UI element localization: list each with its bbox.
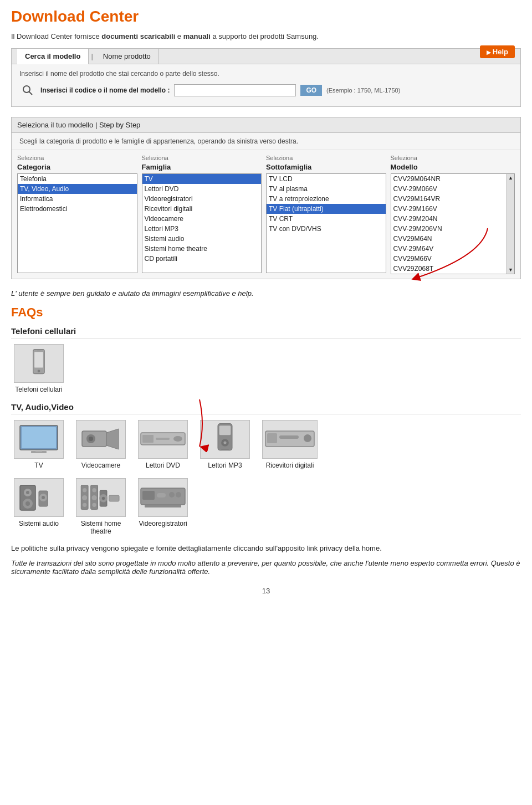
list-item[interactable]: CVV29M66V xyxy=(391,254,515,264)
list-item[interactable]: Elettrodomestici xyxy=(18,204,137,214)
search-row: Inserisci il codice o il nome del modell… xyxy=(19,82,513,99)
list-item[interactable]: CVV-29M166V xyxy=(391,204,515,214)
list-item[interactable]: TV a retroproiezione xyxy=(267,194,386,204)
col-modello-title: Modello xyxy=(391,163,515,171)
list-item[interactable]: CVV-29M206VN xyxy=(391,224,515,234)
tab-cerca-modello[interactable]: Cerca il modello xyxy=(17,49,89,64)
scrollbar-down[interactable]: ▼ xyxy=(508,267,513,273)
intro-after: a supporto dei prodotti Samsung. xyxy=(211,32,319,40)
svg-rect-16 xyxy=(173,436,182,442)
vcr-icon xyxy=(140,485,186,510)
faq-label-audio: Sistemi audio xyxy=(19,520,59,527)
faq-item-mp3[interactable]: Lettori MP3 xyxy=(197,420,253,469)
svg-point-36 xyxy=(83,488,86,492)
tab-separator: | xyxy=(89,52,95,60)
list-item[interactable]: Ricevitori digitali xyxy=(142,204,262,214)
list-item[interactable]: CD portatili xyxy=(142,254,262,264)
search-note: Inserisci il nome del prodotto che stai … xyxy=(19,70,513,78)
list-item[interactable]: TV con DVD/VHS xyxy=(267,224,386,234)
faq-item-receiver[interactable]: Ricevitori digitali xyxy=(259,420,320,469)
svg-line-1 xyxy=(29,92,33,95)
mp3-icon xyxy=(214,423,236,456)
list-item[interactable]: TV Flat (ultrapiatti) xyxy=(267,204,386,214)
faq-img-vcr xyxy=(138,478,188,517)
search-label: Inserisci il codice o il nome del modell… xyxy=(40,86,170,94)
svg-point-0 xyxy=(23,86,30,93)
faq-label-tv: TV xyxy=(34,462,43,469)
faq-category-telefoni: Telefoni cellulari Telefoni cellulari xyxy=(11,326,521,393)
faq-img-receiver xyxy=(262,420,318,459)
svg-rect-46 xyxy=(109,495,119,501)
step-by-step-box: Seleziona il tuo modello | Step by Step … xyxy=(11,117,521,279)
col-categoria-title: Categoria xyxy=(17,163,142,171)
list-item[interactable]: Informatica xyxy=(18,194,137,204)
svg-rect-9 xyxy=(35,450,42,452)
faq-item-home-theatre[interactable]: Sistemi home theatre xyxy=(73,478,129,535)
list-item[interactable]: Telefonia xyxy=(18,174,137,184)
col-categoria-header: Seleziona xyxy=(17,155,142,161)
tab-nome-prodotto[interactable]: Nome prodotto xyxy=(95,49,159,64)
go-button[interactable]: GO xyxy=(300,85,322,96)
svg-rect-52 xyxy=(145,505,181,507)
scrollbar[interactable]: ▲ ▼ xyxy=(507,174,514,274)
download-center-box: Cerca il modello | Nome prodotto Help In… xyxy=(11,48,521,107)
list-item[interactable]: TV LCD xyxy=(267,174,386,184)
list-item[interactable]: TV al plasma xyxy=(267,184,386,194)
list-item[interactable]: CVV29M064NR xyxy=(391,174,515,184)
faq-img-tv xyxy=(14,420,64,459)
col-categoria: Seleziona Categoria Telefonia TV, Video,… xyxy=(17,155,142,274)
list-item[interactable]: CVV-29M066V xyxy=(391,184,515,194)
svg-point-31 xyxy=(25,501,30,506)
faq-item-dvd[interactable]: Lettori DVD xyxy=(135,420,191,469)
faq-img-mp3 xyxy=(200,420,250,459)
sbs-header: Seleziona il tuo modello | Step by Step xyxy=(12,117,520,133)
dc-tabs: Cerca il modello | Nome prodotto xyxy=(12,49,520,64)
col-modello-header: Seleziona xyxy=(391,155,515,161)
svg-rect-7 xyxy=(22,427,56,448)
svg-point-42 xyxy=(92,503,96,506)
sbs-note: Scegli la categoria di prodotto e le fam… xyxy=(12,133,520,150)
svg-rect-48 xyxy=(142,491,155,500)
list-item[interactable]: CVV29M164VR xyxy=(391,194,515,204)
faq-item-videocamere[interactable]: Videocamere xyxy=(73,420,129,469)
faq-cat-title-telefoni: Telefoni cellulari xyxy=(11,326,521,339)
faq-items-tv-row1: TV Videocamere L xyxy=(11,420,521,469)
faq-label-dvd: Lettori DVD xyxy=(146,462,180,469)
svg-rect-22 xyxy=(221,449,229,450)
search-icon xyxy=(21,84,34,97)
home-theatre-icon xyxy=(79,483,123,513)
list-item[interactable]: CVV29M64N xyxy=(391,234,515,244)
list-item[interactable]: TV xyxy=(142,174,262,184)
col-sottofamiglia: Seleziona Sottofamiglia TV LCD TV al pla… xyxy=(266,155,391,274)
list-item[interactable]: CVV-29M204N xyxy=(391,214,515,224)
faq-item-telefoni[interactable]: Telefoni cellulari xyxy=(11,344,66,393)
help-button[interactable]: Help xyxy=(480,45,515,58)
faq-item-vcr[interactable]: Videoregistratori xyxy=(135,478,191,535)
list-item[interactable]: TV CRT xyxy=(267,214,386,224)
faq-label-mp3: Lettori MP3 xyxy=(208,462,242,469)
svg-rect-19 xyxy=(219,425,231,435)
dc-search-area: Inserisci il nome del prodotto che stai … xyxy=(12,64,520,106)
list-item[interactable]: Videoregistratori xyxy=(142,194,262,204)
faq-items-tv-row2: Sistemi audio xyxy=(11,478,521,535)
list-item[interactable]: TV, Video, Audio xyxy=(18,184,137,194)
faq-item-tv[interactable]: TV xyxy=(11,420,66,469)
list-item[interactable]: Lettori DVD xyxy=(142,184,262,194)
list-item[interactable]: Sistemi audio xyxy=(142,234,262,244)
list-item[interactable]: Lettori MP3 xyxy=(142,224,262,234)
svg-rect-17 xyxy=(156,438,170,440)
phone-icon xyxy=(25,348,53,379)
col-sottofamiglia-header: Seleziona xyxy=(266,155,391,161)
search-input[interactable] xyxy=(174,84,296,96)
list-item[interactable]: Videocamere xyxy=(142,214,262,224)
svg-point-29 xyxy=(26,491,29,494)
svg-point-13 xyxy=(89,437,93,441)
faq-img-home-theatre xyxy=(76,478,126,517)
receiver-icon xyxy=(265,428,315,450)
faq-item-audio[interactable]: Sistemi audio xyxy=(11,478,66,535)
scrollbar-up[interactable]: ▲ xyxy=(508,175,513,181)
list-item[interactable]: CVV29Z068T xyxy=(391,264,515,274)
list-item[interactable]: CVV-29M64V xyxy=(391,244,515,254)
faq-img-dvd xyxy=(138,420,188,459)
list-item[interactable]: Sistemi home theatre xyxy=(142,244,262,254)
